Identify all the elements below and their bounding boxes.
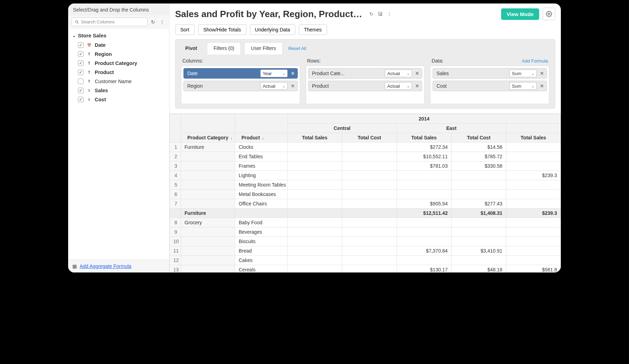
remove-pill-icon[interactable]: ✕	[539, 71, 545, 76]
type-icon: 📅	[86, 42, 92, 48]
col-total-cost[interactable]: Total Cost	[451, 133, 506, 143]
more-icon[interactable]: ⋮	[387, 11, 392, 17]
main: Sales and Profit by Year, Region, Produc…	[169, 3, 561, 272]
view-mode-button[interactable]: View Mode	[501, 8, 539, 20]
tree-item-date[interactable]: 📅 Date	[72, 41, 166, 50]
table-row: 5 Meeting Room Tables	[170, 180, 561, 190]
sort-icon: ↓	[230, 136, 232, 140]
remove-pill-icon[interactable]: ✕	[290, 83, 296, 89]
row-number: 5	[170, 180, 181, 190]
tab-pivot[interactable]: Pivot	[179, 43, 203, 54]
tab-user-filters[interactable]: User Filters	[244, 42, 283, 54]
table-row: 13 Cereals $130.17 $48.18 $581.8	[170, 265, 561, 273]
remove-pill-icon[interactable]: ✕	[290, 71, 296, 76]
tree-item-cost[interactable]: 𝟾 Cost	[72, 95, 166, 104]
columns-pill-region[interactable]: Region Actual⌄ ✕	[183, 81, 298, 91]
tree-item-sales[interactable]: 𝟾 Sales	[72, 86, 166, 95]
cell-value	[288, 190, 342, 199]
checkbox[interactable]	[78, 42, 84, 48]
themes-button[interactable]: Themes	[299, 24, 327, 35]
cell-category	[181, 246, 235, 256]
col-total-sales[interactable]: Total Sales	[288, 133, 342, 143]
col-total-sales[interactable]: Total Sales	[506, 133, 561, 143]
tree-group-header[interactable]: ⌄ Store Sales	[72, 30, 166, 41]
add-formula-link[interactable]: Add Formula	[522, 58, 548, 64]
cell-value	[506, 152, 561, 161]
pill-option-select[interactable]: Year⌄	[260, 70, 288, 77]
cell-category	[181, 190, 235, 199]
cell-value	[451, 180, 506, 190]
settings-button[interactable]	[543, 8, 555, 20]
checkbox[interactable]	[78, 51, 84, 57]
cell-category	[181, 171, 235, 180]
refresh-icon[interactable]: ↻	[150, 19, 157, 26]
refresh-icon[interactable]: ↻	[369, 11, 374, 17]
rows-dropzone[interactable]: Product Cate... Actual⌄ ✕Product Actual⌄…	[306, 66, 425, 104]
remove-pill-icon[interactable]: ✕	[414, 83, 420, 89]
cell-value	[506, 256, 561, 265]
pill-option-select[interactable]: Actual⌄	[385, 82, 412, 90]
row-number: 6	[170, 190, 181, 199]
col-total-sales[interactable]: Total Sales	[397, 133, 451, 143]
underlying-data-button[interactable]: Underlying Data	[250, 24, 295, 35]
cell-value: $781.03	[397, 161, 451, 171]
search-input[interactable]: Search Columns	[72, 17, 147, 26]
remove-pill-icon[interactable]: ✕	[539, 83, 545, 89]
cell-value	[342, 143, 397, 152]
reset-all-link[interactable]: Reset All	[286, 46, 306, 51]
col-total-cost[interactable]: Total Cost	[342, 133, 397, 143]
tree-item-customer-name[interactable]: T Customer Name	[72, 77, 166, 86]
cell-value	[342, 265, 397, 273]
cell-value	[342, 152, 397, 161]
add-aggregate-formula-link[interactable]: Add Aggregate Formula	[80, 263, 131, 269]
tree-item-product[interactable]: T Product	[72, 68, 166, 77]
data-pill-cost[interactable]: Cost Sum⌄ ✕	[433, 81, 547, 91]
cell-product: Clocks	[235, 143, 288, 152]
sort-button[interactable]: Sort	[175, 24, 195, 35]
data-dropzone[interactable]: Sales Sum⌄ ✕Cost Sum⌄ ✕	[430, 66, 549, 104]
more-icon[interactable]: ⋮	[159, 19, 166, 26]
cell-value	[288, 227, 342, 237]
data-pill-sales[interactable]: Sales Sum⌄ ✕	[433, 68, 547, 79]
table-row: 1 Furniture Clocks $272.34 $14.58	[170, 143, 561, 152]
cell-product: End Tables	[235, 152, 288, 161]
checkbox[interactable]	[78, 60, 84, 66]
col-product-category[interactable]: Product Category↓	[181, 133, 235, 143]
pivot-table-wrap[interactable]: 2014 Central East Product Category↓ Prod…	[169, 114, 561, 272]
columns-dropzone[interactable]: Date Year⌄ ✕Region Actual⌄ ✕	[181, 66, 300, 104]
cell-product: Beverages	[235, 227, 288, 237]
cell-product: Frames	[235, 161, 288, 171]
pivot-config: Pivot Filters (0) User Filters Reset All…	[175, 39, 555, 109]
remove-pill-icon[interactable]: ✕	[414, 71, 420, 76]
table-row: 4 Lighting $239.3	[170, 171, 561, 180]
show-hide-totals-button[interactable]: Show/Hide Totals	[198, 24, 246, 35]
search-icon	[75, 20, 79, 24]
cell-value: $330.58	[451, 161, 506, 171]
tree-item-product-category[interactable]: T Product Category	[72, 59, 166, 68]
cell-value	[397, 171, 451, 180]
col-product[interactable]: Product↓	[235, 133, 288, 143]
pill-label: Sales	[436, 71, 507, 76]
tab-filters[interactable]: Filters (0)	[207, 42, 241, 54]
columns-pill-date[interactable]: Date Year⌄ ✕	[183, 68, 298, 79]
rows-pill-product[interactable]: Product Actual⌄ ✕	[308, 81, 422, 91]
cell-value	[506, 227, 561, 237]
cell-value	[288, 180, 342, 190]
caret-down-icon: ⌄	[72, 33, 76, 38]
pill-option-select[interactable]: Sum⌄	[509, 70, 537, 77]
checkbox[interactable]	[78, 79, 84, 84]
cell-value	[342, 190, 397, 199]
rows-pill-product-cate-[interactable]: Product Cate... Actual⌄ ✕	[308, 68, 422, 79]
title-icons: ↻ 🖫 ⋮	[369, 11, 392, 17]
pill-option-select[interactable]: Actual⌄	[385, 70, 412, 77]
cell-value	[288, 199, 342, 209]
pill-option-select[interactable]: Actual⌄	[260, 82, 288, 90]
save-icon[interactable]: 🖫	[378, 11, 383, 17]
type-icon: T	[86, 60, 92, 66]
checkbox[interactable]	[78, 88, 84, 93]
cell-value	[288, 143, 342, 152]
checkbox[interactable]	[78, 70, 84, 75]
pill-option-select[interactable]: Sum⌄	[509, 82, 537, 90]
checkbox[interactable]	[78, 97, 84, 102]
tree-item-region[interactable]: T Region	[72, 50, 166, 59]
